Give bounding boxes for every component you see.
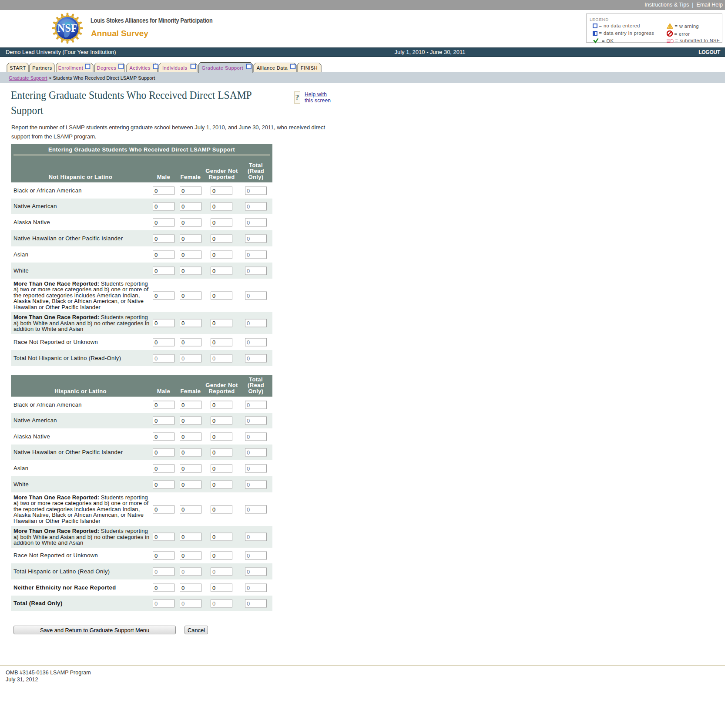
svg-text:Enrollment: Enrollment [58,65,84,71]
svg-text:START: START [10,65,26,71]
svg-text:Partners: Partners [32,65,52,71]
svg-text:Degrees: Degrees [97,65,116,71]
svg-text:Alliance Data: Alliance Data [257,65,288,71]
svg-text:Activities: Activities [130,65,151,71]
svg-text:Individuals: Individuals [162,65,187,71]
svg-text:FINISH: FINISH [301,65,318,71]
svg-text:Graduate Support: Graduate Support [202,65,243,71]
